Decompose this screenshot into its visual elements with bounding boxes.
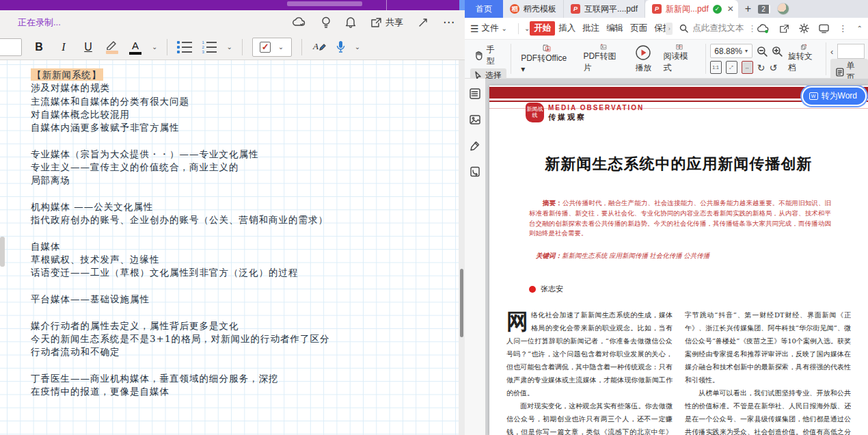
note-line: 主流媒体和自媒体的分类有很大问题 bbox=[31, 95, 441, 108]
cloud-sync-icon[interactable] bbox=[293, 17, 306, 27]
menu-overflow-arrow[interactable]: › bbox=[666, 23, 673, 35]
menu-item-insert[interactable]: 插入 bbox=[555, 21, 579, 36]
body-column-left: 网络化社会加速了新新闻生态系统的生成，媒体格局的变化会带来新的职业观念。比如，当… bbox=[506, 308, 673, 435]
menu-item-start[interactable]: 开始 bbox=[530, 21, 555, 36]
menu-item-annotate[interactable]: 批注 bbox=[579, 21, 603, 36]
note-scrollbar-track[interactable] bbox=[459, 60, 465, 435]
hand-icon bbox=[474, 51, 483, 60]
menu-item-edit[interactable]: 编辑 bbox=[603, 21, 627, 36]
actual-size-icon[interactable]: 1:1 bbox=[710, 61, 722, 74]
bullet-list-button[interactable] bbox=[177, 41, 192, 53]
menu-item-protect[interactable]: 保护 bbox=[651, 21, 666, 36]
tab-pdf-active[interactable]: P 新新闻...pdf ✓ ✕ bbox=[645, 0, 738, 18]
author-bullet-icon bbox=[529, 286, 536, 293]
saved-check-icon: ✓ bbox=[713, 5, 722, 14]
pdf-to-office-button[interactable]: W PDF转Office ▾ bbox=[515, 42, 578, 75]
window-edge-accent bbox=[459, 0, 465, 10]
pdf-app-window: 首页 稻 稻壳模板 P 互联网平....pdf P 新新闻...pdf ✓ ✕ … bbox=[465, 0, 868, 435]
note-scrollbar-thumb[interactable] bbox=[460, 269, 463, 337]
numbered-list-button[interactable]: 1 2 3 bbox=[202, 41, 217, 53]
bell-icon[interactable] bbox=[346, 16, 355, 28]
fit-page-icon[interactable]: ⤢ bbox=[726, 61, 737, 74]
signature-icon[interactable] bbox=[470, 140, 480, 151]
svg-text:W: W bbox=[547, 48, 550, 51]
close-tab-icon[interactable]: ✕ bbox=[727, 4, 734, 14]
checkbox-icon: ✓ bbox=[260, 42, 271, 53]
article-keywords: 关键词：新新闻生态系统 应用新闻传播 社会化传播 公共传播 bbox=[536, 252, 838, 261]
tab-docer[interactable]: 稻 稻壳模板 bbox=[503, 0, 564, 18]
hand-tool-button[interactable]: 手型 bbox=[470, 42, 506, 68]
font-options-chevron[interactable]: ⌄ bbox=[152, 43, 157, 51]
window-count-badge[interactable]: 2 bbox=[758, 5, 770, 14]
file-menu[interactable]: ☰ 文件 ⌄ bbox=[470, 23, 507, 34]
new-tab-button[interactable]: + bbox=[738, 0, 758, 18]
recording-status: 正在录制... bbox=[18, 16, 61, 29]
lightbulb-icon[interactable] bbox=[321, 16, 331, 29]
highlighter-button[interactable] bbox=[105, 40, 119, 55]
pdf-to-image-button[interactable]: PDF转图片 bbox=[578, 42, 629, 75]
italic-button[interactable]: I bbox=[56, 41, 71, 53]
pdf-file-icon: P bbox=[652, 4, 662, 14]
ribbon-collapse-chevron[interactable]: ⌄ bbox=[524, 25, 530, 32]
app-tabbar: 首页 稻 稻壳模板 P 互联网平....pdf P 新新闻...pdf ✓ ✕ … bbox=[465, 0, 868, 18]
note-line bbox=[31, 227, 441, 240]
note-line: 平台媒体——基础设施属性 bbox=[31, 293, 441, 306]
read-mode-button[interactable]: 阅读模式 bbox=[657, 42, 701, 75]
user-avatar[interactable] bbox=[777, 3, 789, 15]
gear-icon[interactable] bbox=[799, 23, 809, 34]
images-panel-icon[interactable] bbox=[470, 114, 480, 125]
collapse-toolbar-icon[interactable]: ⌃ bbox=[857, 25, 863, 32]
list-options-chevron[interactable]: ⌄ bbox=[226, 43, 232, 51]
zoom-in-icon[interactable] bbox=[772, 46, 783, 57]
underline-button[interactable]: U bbox=[81, 41, 96, 53]
rotate-document-button[interactable]: 旋转文档 bbox=[783, 42, 826, 75]
pdf-page[interactable]: 新闻战线 MEDIA OBSERVATION 传媒观察 W 转为Word 新新闻… bbox=[489, 85, 868, 435]
article-body-columns: 网络化社会加速了新新闻生态系统的生成，媒体格局的变化会带来新的职业观念。比如，当… bbox=[506, 308, 851, 435]
dictate-options-chevron[interactable]: ⌄ bbox=[355, 43, 360, 51]
more-menu-icon[interactable]: ⋮ bbox=[839, 23, 847, 34]
more-options-icon[interactable]: ⋯ bbox=[443, 15, 455, 29]
outline-panel-icon[interactable] bbox=[470, 88, 480, 99]
export-word-icon[interactable] bbox=[470, 166, 480, 177]
expand-icon[interactable] bbox=[418, 18, 428, 27]
find-text-box[interactable]: 点此查找文本 ⋮ bbox=[679, 23, 757, 34]
zoom-out-icon[interactable] bbox=[757, 46, 768, 57]
tab-pdf-internet[interactable]: P 互联网平....pdf bbox=[564, 0, 645, 18]
format-painter-button[interactable]: A bbox=[312, 39, 327, 55]
pdf-toolbar: 手型 选择 W PDF转Office ▾ PDF转图片 播放 bbox=[465, 40, 868, 79]
body-column-right: 字节跳动“抖音”、第一财经DT财经、界面新闻《正午》、浙江长兴传媒集团、阿牛科技… bbox=[685, 308, 851, 435]
fit-width-icon[interactable]: ↔ bbox=[742, 61, 753, 74]
menu-item-page[interactable]: 页面 bbox=[627, 21, 651, 36]
todo-tag-dropdown[interactable]: ✓ ⌄ bbox=[252, 38, 292, 57]
zoom-level-combo[interactable]: 68.88%▾ bbox=[710, 44, 752, 58]
note-line: 专业媒体（宗旨为大众提供・・）——专业文化属性 bbox=[31, 148, 441, 161]
cloud-status-icon[interactable] bbox=[757, 24, 770, 34]
microphone-button[interactable] bbox=[336, 40, 345, 53]
abstract-label: 摘要： bbox=[543, 200, 562, 207]
comment-icon[interactable] bbox=[819, 24, 829, 34]
left-scroll-thumb[interactable] bbox=[0, 237, 5, 267]
pdf-menubar: ☰ 文件 ⌄ ⌄ 开始 插入 批注 编辑 页面 保护 › 点此查找文本 ⋮ bbox=[465, 18, 868, 40]
convert-to-word-button[interactable]: W 转为Word bbox=[803, 88, 865, 105]
note-ribbon: 正在录制... 共享 ⋯ bbox=[0, 10, 465, 34]
note-line bbox=[31, 306, 441, 319]
image-icon bbox=[595, 44, 612, 51]
article-abstract: 摘要：公共传播时代，融合生产能力、社会连接能力、公共服务能力越来越重要。不能用旧… bbox=[529, 198, 831, 239]
note-line: 局部离场 bbox=[31, 174, 441, 187]
font-color-button[interactable]: A bbox=[128, 40, 142, 55]
page-number-input[interactable] bbox=[837, 44, 865, 59]
bold-button[interactable]: B bbox=[31, 41, 46, 53]
share-doc-icon[interactable] bbox=[779, 24, 789, 34]
rotate-doc-icon bbox=[795, 44, 813, 51]
rotate-ccw-icon[interactable]: ↺ bbox=[769, 62, 777, 73]
play-button[interactable]: 播放 bbox=[629, 42, 657, 75]
prev-page-chevron[interactable]: ‹ bbox=[830, 47, 833, 57]
search-icon bbox=[679, 24, 688, 33]
tab-home[interactable]: 首页 bbox=[465, 0, 503, 18]
share-button[interactable]: 共享 bbox=[370, 16, 403, 29]
note-canvas[interactable]: 【新新闻系统】涉及对媒体的规类主流媒体和自媒体的分类有很大问题对自媒体概念比较混… bbox=[0, 60, 465, 435]
word-doc-icon: W bbox=[809, 92, 818, 100]
rotate-cw-icon[interactable]: ↻ bbox=[757, 62, 765, 73]
font-combo-box[interactable] bbox=[0, 38, 22, 56]
journal-name-cn: 传媒观察 bbox=[548, 112, 586, 122]
